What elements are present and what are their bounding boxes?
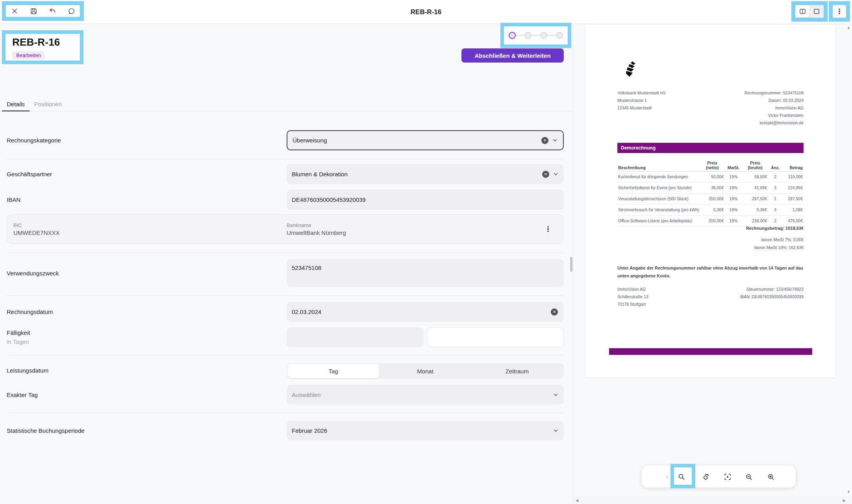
rechnungskategorie-select[interactable]: Überweisung ✕	[287, 130, 564, 150]
clear-icon[interactable]: ✕	[541, 137, 548, 144]
tab-details[interactable]: Details	[2, 97, 30, 111]
buchungsperiode-value: Februar 2026	[292, 427, 553, 434]
cell: 19%	[724, 194, 743, 205]
topbar-right-group	[791, 1, 850, 22]
zoom-out-button[interactable]	[743, 465, 755, 488]
row-verwendungszweck: Verwendungszweck 523475108	[7, 259, 563, 287]
segment-monat[interactable]: Monat	[379, 364, 471, 378]
row-rechnungsdatum: Rechnungsdatum 02.03.2024 ✕	[7, 302, 563, 322]
vat-19-line: davon MwSt 19%: 162,63€	[754, 244, 804, 251]
verwendungszweck-textarea[interactable]: 523475108	[287, 259, 564, 287]
cell: 3	[768, 205, 783, 216]
faelligkeit-date-input[interactable]	[287, 327, 424, 347]
clear-icon[interactable]: ✕	[542, 171, 549, 178]
meta-line: Datum: 02.03.2024	[745, 97, 804, 104]
cell: 119,00€	[783, 172, 804, 183]
row-leistungsdatum: Leistungsdatum Tag Monat Zeitraum	[7, 363, 563, 379]
cell: 0,30€	[700, 205, 724, 216]
cell: Stromverbrauch für Veranstaltung (pro kW…	[617, 205, 700, 216]
step-3-dot[interactable]	[540, 32, 547, 39]
leistungsdatum-segmented-control: Tag Monat Zeitraum	[287, 363, 564, 379]
annotation-highlight-title: REB-R-16 Bearbeiten	[2, 30, 83, 64]
window-title: REB-R-16	[0, 0, 852, 24]
status-badge: Bearbeiten	[12, 51, 45, 59]
rotate-button[interactable]	[700, 465, 712, 488]
cell: 50,00€	[700, 172, 724, 183]
buchungsperiode-select[interactable]: Februar 2026	[287, 421, 564, 440]
save-icon	[30, 7, 37, 15]
zoom-out-icon	[745, 473, 753, 481]
row-buchungsperiode: Statistische Buchungsperiode Februar 202…	[7, 421, 563, 440]
rechnungsdatum-input[interactable]: 02.03.2024 ✕	[287, 302, 564, 322]
table-row: Stromverbrauch für Veranstaltung (pro kW…	[617, 205, 804, 216]
faelligkeit-days-input[interactable]	[427, 327, 564, 347]
meta-line: kontakt@immovision.de	[745, 119, 804, 127]
table-header-row: Beschreibung Preis (netto) MwSt. Preis (…	[617, 159, 804, 172]
annotation-highlight-view-toggle	[791, 1, 828, 22]
cell: 3	[768, 183, 783, 194]
comment-button[interactable]	[67, 6, 76, 16]
overflow-menu-button[interactable]	[833, 5, 846, 18]
invoice-table: Beschreibung Preis (netto) MwSt. Preis (…	[617, 159, 804, 227]
bankname-label: Bankname	[287, 222, 543, 228]
bank-card-menu-button[interactable]	[543, 224, 553, 234]
col-header: Betrag	[783, 159, 804, 172]
complete-forward-button[interactable]: Abschließen & Weiterleiten	[461, 48, 564, 63]
rechnungskategorie-value: Überweisung	[293, 137, 541, 144]
scrollbar-thumb[interactable]	[570, 257, 572, 272]
zoom-in-icon	[767, 473, 775, 481]
iban-input[interactable]: DE48760350005453920039	[287, 190, 564, 210]
scroll-left-arrow[interactable]: ◀	[576, 498, 578, 502]
row-geschaeftspartner: Geschäftspartner Blumen & Dekoration ✕	[7, 164, 563, 184]
divider	[7, 355, 563, 355]
table-row: Sicherheitsdienst für Event (pro Stunde)…	[617, 183, 804, 194]
faelligkeit-label: Fälligkeit	[7, 329, 287, 336]
fit-page-button[interactable]	[722, 465, 733, 488]
close-button[interactable]	[10, 6, 19, 16]
footer-line: ImmoVision AG	[617, 286, 648, 293]
divider	[7, 413, 563, 413]
col-header: Preis (brutto)	[743, 159, 768, 172]
undo-icon	[48, 7, 56, 15]
scroll-up-arrow[interactable]: ▲	[847, 26, 850, 30]
step-2-dot[interactable]	[524, 32, 532, 39]
split-view-button[interactable]	[795, 5, 809, 18]
tab-positionen[interactable]: Positionen	[30, 97, 67, 111]
step-4-dot[interactable]	[556, 32, 563, 39]
close-icon	[11, 7, 18, 15]
divider	[7, 159, 563, 159]
verwendungszweck-value: 523475108	[292, 264, 559, 271]
scroll-right-arrow[interactable]: ▶	[843, 498, 846, 502]
cell: 297,50€	[783, 194, 804, 205]
horizontal-scrollbar[interactable]: ◀ ▶	[573, 497, 852, 504]
exakter-tag-select[interactable]: Auswählen	[287, 385, 564, 404]
scroll-down-arrow[interactable]: ▼	[847, 490, 850, 494]
cell: Veranstaltungsbroschüren (500 Stück)	[617, 194, 700, 205]
rotate-icon	[702, 473, 710, 481]
bankname-block: Bankname UmweltBank Nürnberg	[287, 222, 543, 236]
undo-button[interactable]	[48, 6, 57, 16]
annotation-highlight-stepper	[500, 23, 571, 48]
cell: 19%	[724, 216, 743, 227]
verwendungszweck-label: Verwendungszweck	[7, 270, 287, 277]
col-header: Preis (netto)	[700, 159, 724, 172]
segment-zeitraum[interactable]: Zeitraum	[471, 364, 563, 378]
step-1-dot[interactable]	[509, 32, 516, 39]
col-header: Anz.	[768, 159, 783, 172]
row-rechnungskategorie: Rechnungskategorie Überweisung ✕	[7, 130, 563, 150]
zoom-in-button[interactable]	[765, 465, 777, 488]
cell: 19%	[724, 183, 743, 194]
clear-icon[interactable]: ✕	[551, 308, 558, 316]
footer-line: 70178 Stuttgart	[617, 301, 648, 308]
single-view-button[interactable]	[809, 5, 824, 18]
col-header: Beschreibung	[617, 159, 700, 172]
geschaeftspartner-select[interactable]: Blumen & Dekoration ✕	[287, 164, 564, 184]
buchungsperiode-label: Statistische Buchungsperiode	[7, 427, 287, 434]
details-form: Rechnungskategorie Überweisung ✕ Geschäf…	[0, 130, 573, 440]
segment-tag[interactable]: Tag	[287, 364, 379, 378]
address-line: Volksbank Musterstadt eG	[617, 89, 666, 97]
save-button[interactable]	[29, 6, 38, 16]
faelligkeit-label-block: Fälligkeit in Tagen	[7, 329, 287, 345]
geschaeftspartner-label: Geschäftspartner	[7, 171, 287, 177]
cell: 41,65€	[743, 183, 768, 194]
